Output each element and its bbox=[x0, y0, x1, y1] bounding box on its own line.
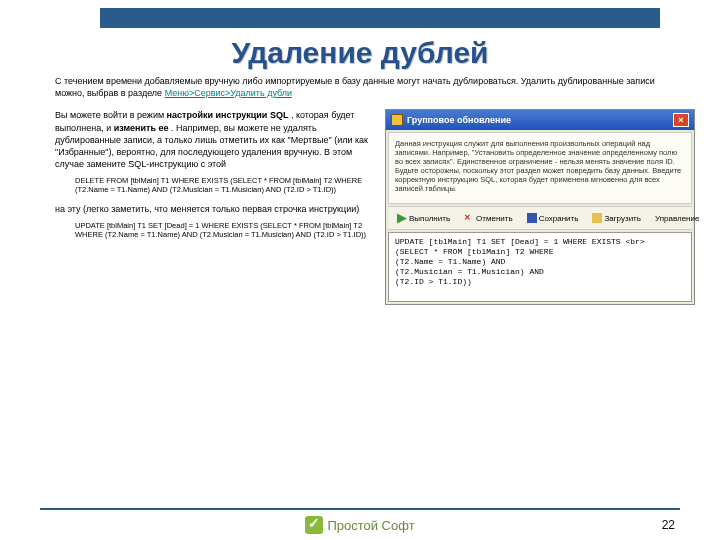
sql-snippet-1: DELETE FROM [tblMain] T1 WHERE EXISTS (S… bbox=[75, 176, 375, 195]
sql-line: UPDATE [tblMain] T1 SET [Dead] = 1 WHERE… bbox=[395, 237, 685, 247]
cancel-label: Отменить bbox=[476, 214, 513, 223]
save-button[interactable]: Сохранить bbox=[522, 210, 584, 226]
page-number: 22 bbox=[662, 518, 675, 532]
footer-bar bbox=[40, 508, 680, 510]
close-icon[interactable]: × bbox=[673, 113, 689, 127]
sql-line: (T2.Musician = T1.Musician) AND bbox=[395, 267, 685, 277]
save-label: Сохранить bbox=[539, 214, 579, 223]
sql-textarea[interactable]: UPDATE [tblMain] T1 SET [Dead] = 1 WHERE… bbox=[388, 232, 692, 302]
sql-line: (T2.Name = T1.Name) AND bbox=[395, 257, 685, 267]
window-title: Групповое обновление bbox=[407, 115, 511, 125]
content-row: Вы можете войти в режим настройки инстру… bbox=[55, 109, 695, 305]
p1b: настройки инструкции SQL bbox=[167, 110, 289, 120]
right-column: Групповое обновление × Данная инструкция… bbox=[385, 109, 695, 305]
slide-title: Удаление дублей bbox=[0, 36, 720, 70]
cancel-button[interactable]: ✕ Отменить bbox=[459, 210, 518, 226]
load-button[interactable]: Загрузить bbox=[587, 210, 646, 226]
cancel-icon: ✕ bbox=[464, 213, 474, 223]
sql-line: (SELECT * FROM [tblMain] T2 WHERE bbox=[395, 247, 685, 257]
paragraph-1: Вы можете войти в режим настройки инстру… bbox=[55, 109, 375, 170]
footer: Простой Софт bbox=[0, 516, 720, 534]
manage-label: Управление bbox=[655, 214, 699, 223]
brand-logo: Простой Софт bbox=[305, 516, 414, 534]
run-label: Выполнить bbox=[409, 214, 450, 223]
window-description: Данная инструкция служит для выполнения … bbox=[395, 139, 685, 193]
app-icon bbox=[391, 114, 403, 126]
header-bar bbox=[100, 8, 660, 28]
folder-icon bbox=[592, 213, 602, 223]
run-button[interactable]: Выполнить bbox=[392, 210, 455, 226]
checkmark-icon bbox=[305, 516, 323, 534]
p1d: изменить ее bbox=[114, 123, 169, 133]
dialog-window: Групповое обновление × Данная инструкция… bbox=[385, 109, 695, 305]
window-description-box: Данная инструкция служит для выполнения … bbox=[388, 132, 692, 204]
play-icon bbox=[397, 213, 407, 223]
brand-name: Простой Софт bbox=[327, 518, 414, 533]
window-titlebar: Групповое обновление × bbox=[386, 110, 694, 130]
disk-icon bbox=[527, 213, 537, 223]
manage-button[interactable]: Управление bbox=[650, 210, 704, 226]
load-label: Загрузить bbox=[604, 214, 641, 223]
intro-part1: С течением времени добавляемые вручную л… bbox=[55, 76, 655, 98]
menu-path: Меню>Сервис>Удалить дубли bbox=[165, 88, 292, 98]
intro-text: С течением времени добавляемые вручную л… bbox=[55, 76, 660, 99]
left-column: Вы можете войти в режим настройки инстру… bbox=[55, 109, 375, 305]
window-toolbar: Выполнить ✕ Отменить Сохранить Загрузить… bbox=[388, 206, 692, 230]
p1a: Вы можете войти в режим bbox=[55, 110, 167, 120]
sql-snippet-2: UPDATE [tblMain] T1 SET [Dead] = 1 WHERE… bbox=[75, 221, 375, 240]
paragraph-2: на эту (легко заметить, что меняется тол… bbox=[55, 203, 375, 215]
sql-line: (T2.ID > T1.ID)) bbox=[395, 277, 685, 287]
